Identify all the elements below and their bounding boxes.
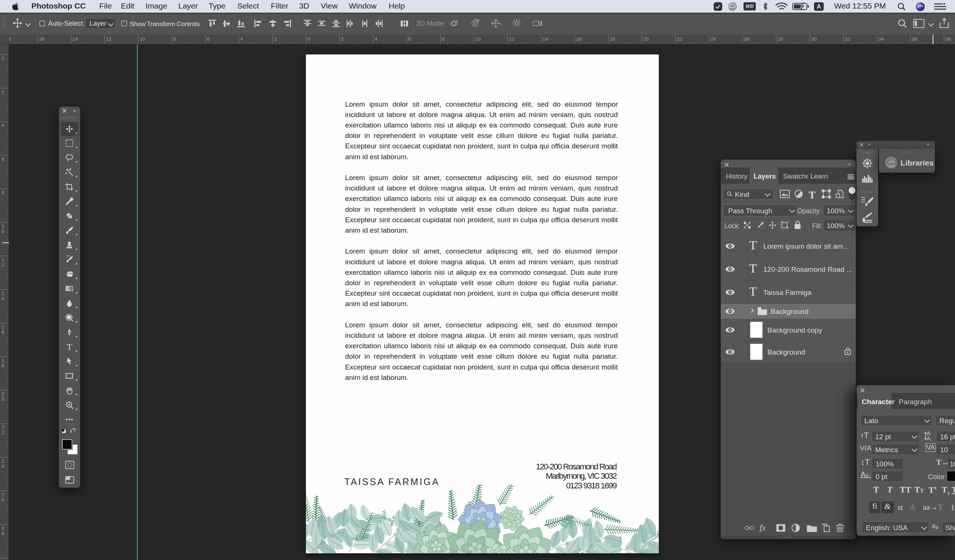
svg-text:A: A <box>927 435 930 441</box>
svg-text:T: T <box>67 342 72 352</box>
